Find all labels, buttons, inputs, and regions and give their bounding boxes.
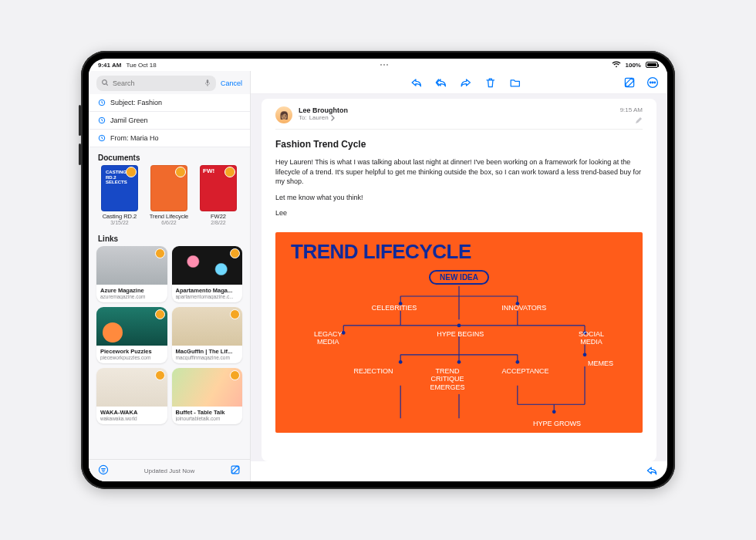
link-subtitle: macguffinmagazine.com xyxy=(176,355,239,360)
link-thumbnail xyxy=(96,368,167,407)
link-card[interactable]: Apartamento Maga...apartamentomagazine.c… xyxy=(172,246,243,302)
infographic-title: TREND LIFECYCLE xyxy=(291,240,627,264)
status-date: Tue Oct 18 xyxy=(126,62,156,69)
link-card[interactable]: WAKA-WAKAwakawaka.world xyxy=(96,368,167,424)
reply-button[interactable] xyxy=(410,76,424,89)
node-legacy-media: LEGACY MEDIA xyxy=(314,330,343,346)
trash-button[interactable] xyxy=(484,76,498,89)
screen: 9:41 AM Tue Oct 18 100% xyxy=(89,59,667,481)
battery-icon xyxy=(646,62,658,68)
svg-point-31 xyxy=(583,353,587,356)
document-thumb: FW! xyxy=(200,165,237,211)
link-title: WAKA-WAKA xyxy=(100,409,164,416)
link-card[interactable]: MacGuffin | The Lif...macguffinmagazine.… xyxy=(172,307,243,363)
message-body: Hey Lauren! This is what I was talking a… xyxy=(275,157,643,224)
compose-button[interactable] xyxy=(230,464,241,477)
recipient-line[interactable]: To: Lauren xyxy=(299,114,614,121)
dictation-icon[interactable] xyxy=(204,79,211,88)
contact-badge-icon xyxy=(155,370,165,380)
body-paragraph: Hey Lauren! This is what I was talking a… xyxy=(275,157,643,187)
section-links-title: Links xyxy=(89,228,250,246)
search-input[interactable] xyxy=(113,79,200,87)
reply-all-button[interactable] xyxy=(434,76,448,89)
forward-button[interactable] xyxy=(459,76,473,89)
link-title: Azure Magazine xyxy=(100,287,164,294)
node-acceptance: ACCEPTANCE xyxy=(502,367,549,375)
document-name: Trend Lifecycle xyxy=(150,214,189,220)
to-prefix: To: xyxy=(299,114,307,121)
chevron-right-icon xyxy=(331,115,336,121)
link-thumbnail xyxy=(96,246,167,285)
filter-settings-button[interactable] xyxy=(98,464,109,477)
svg-point-8 xyxy=(652,82,653,83)
quick-reply-button[interactable] xyxy=(646,464,658,478)
message-panel: 👩🏽 Lee Broughton To: Lauren 9:15 xyxy=(251,71,667,481)
message-toolbar xyxy=(251,71,667,94)
svg-point-9 xyxy=(654,82,656,83)
filter-from[interactable]: From: Maria Ho xyxy=(89,130,250,147)
link-thumbnail xyxy=(172,246,243,285)
document-name: Casting RD.2 xyxy=(103,214,137,220)
filter-person-1[interactable]: Jamil Green xyxy=(89,112,250,130)
cancel-button[interactable]: Cancel xyxy=(221,79,242,87)
multitask-indicator-icon[interactable] xyxy=(380,64,388,66)
link-subtitle: apartamentomagazine.c... xyxy=(176,294,239,299)
compose-button[interactable] xyxy=(623,76,636,89)
move-to-folder-button[interactable] xyxy=(508,76,522,89)
link-card[interactable]: Buffet - Table Talkjoinourtabletalk.com xyxy=(172,368,243,424)
node-hype-grows: HYPE GROWS xyxy=(533,420,581,427)
documents-row: CASTING RD.2 SELECTS Casting RD.2 3/15/2… xyxy=(89,165,250,228)
link-card[interactable]: Piecework Puzzlespieceworkpuzzles.com xyxy=(96,307,167,363)
search-field[interactable] xyxy=(96,76,216,91)
link-subtitle: pieceworkpuzzles.com xyxy=(100,355,164,360)
svg-point-29 xyxy=(515,360,519,364)
more-button[interactable] xyxy=(646,76,660,89)
node-innovators: INNOVATORS xyxy=(501,304,546,312)
contact-badge-icon xyxy=(126,167,137,177)
document-item[interactable]: CASTING RD.2 SELECTS Casting RD.2 3/15/2… xyxy=(98,165,141,225)
recent-icon xyxy=(98,134,106,142)
recipient-name: Lauren xyxy=(309,114,329,121)
sender-avatar[interactable]: 👩🏽 xyxy=(275,106,292,123)
document-thumb xyxy=(150,165,187,211)
link-card[interactable]: Azure Magazineazuremagazine.com xyxy=(96,246,167,302)
document-date: 6/6/22 xyxy=(161,220,176,225)
node-celebrities: CELEBRITIES xyxy=(372,304,417,312)
link-thumbnail xyxy=(172,307,243,346)
recent-icon xyxy=(98,116,106,124)
body-paragraph: Let me know what you think! xyxy=(275,193,643,203)
document-name: FW22 xyxy=(211,214,226,220)
document-thumb: CASTING RD.2 SELECTS xyxy=(101,165,138,211)
recent-icon xyxy=(98,99,106,106)
filter-label: Subject: Fashion xyxy=(110,99,162,106)
node-rejection: REJECTION xyxy=(354,367,393,375)
svg-point-35 xyxy=(552,410,556,413)
update-status: Updated Just Now xyxy=(144,467,194,474)
attachment-infographic: TREND LIFECYCLE xyxy=(275,232,643,433)
sender-name[interactable]: Lee Broughton xyxy=(299,106,614,114)
filter-subject[interactable]: Subject: Fashion xyxy=(89,94,250,112)
svg-point-27 xyxy=(457,360,461,364)
battery-label: 100% xyxy=(626,62,641,69)
body-signature: Lee xyxy=(275,208,643,218)
document-date: 3/15/22 xyxy=(110,220,128,225)
ipad-device-frame: 9:41 AM Tue Oct 18 100% xyxy=(81,51,675,489)
contact-badge-icon xyxy=(224,167,235,177)
flowchart: NEW IDEA CELEBRITIES INNOVATORS LEGACY M… xyxy=(291,268,627,433)
message-card: 👩🏽 Lee Broughton To: Lauren 9:15 xyxy=(262,99,656,461)
status-bar: 9:41 AM Tue Oct 18 100% xyxy=(89,59,667,71)
node-hype-begins: HYPE BEGINS xyxy=(437,330,484,338)
contact-badge-icon xyxy=(155,248,165,258)
link-title: Piecework Puzzles xyxy=(100,348,164,355)
edit-draft-icon[interactable] xyxy=(635,116,643,124)
message-time: 9:15 AM xyxy=(620,106,643,113)
svg-point-18 xyxy=(457,324,461,328)
search-icon xyxy=(101,79,109,88)
links-grid: Azure Magazineazuremagazine.com Apartame… xyxy=(89,246,250,429)
document-item[interactable]: FW! FW22 2/8/22 xyxy=(197,165,240,225)
contact-badge-icon xyxy=(230,309,240,319)
document-item[interactable]: Trend Lifecycle 6/6/22 xyxy=(147,165,191,225)
section-documents-title: Documents xyxy=(89,147,250,165)
message-subject: Fashion Trend Cycle xyxy=(275,139,643,150)
node-new-idea: NEW IDEA xyxy=(429,270,489,285)
